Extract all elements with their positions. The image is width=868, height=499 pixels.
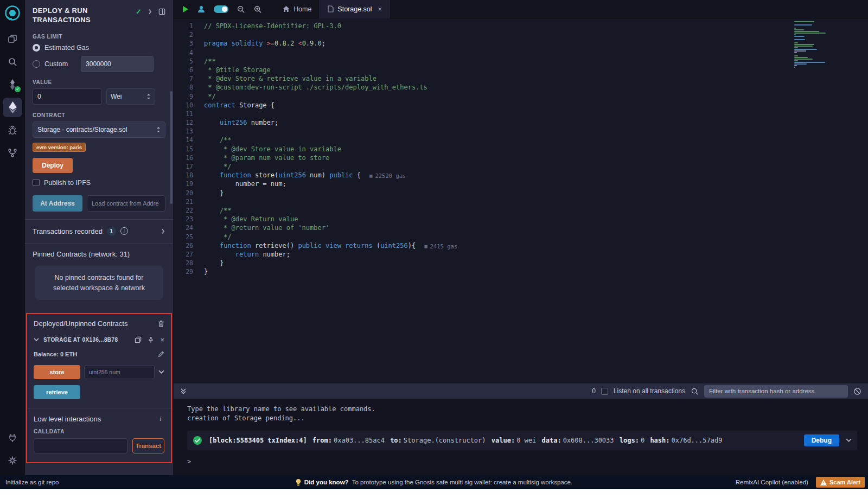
- chevron-right-icon[interactable]: [148, 9, 152, 15]
- scam-alert-button[interactable]: Scam Alert: [816, 477, 865, 488]
- calldata-label: CALLDATA: [34, 428, 164, 434]
- transact-button[interactable]: Transact: [132, 438, 164, 453]
- terminal-prompt[interactable]: >: [187, 458, 857, 465]
- copilot-toggle[interactable]: [214, 5, 228, 13]
- code-line[interactable]: 22 /**: [174, 206, 868, 215]
- user-icon[interactable]: [197, 5, 206, 14]
- code-line[interactable]: 5/**: [174, 57, 868, 66]
- code-line[interactable]: 24 * @return value of 'number': [174, 223, 868, 232]
- radio-icon[interactable]: [33, 60, 40, 68]
- close-tab-icon[interactable]: ×: [378, 5, 382, 13]
- search-icon[interactable]: [0, 50, 25, 73]
- tab-home[interactable]: Home: [275, 0, 320, 18]
- code-line[interactable]: 17 */: [174, 162, 868, 171]
- code-line[interactable]: 4: [174, 48, 868, 57]
- info-icon[interactable]: i: [120, 227, 128, 235]
- checkbox-icon[interactable]: [33, 179, 40, 186]
- line-number: 26: [174, 241, 204, 250]
- filter-input[interactable]: [704, 385, 848, 398]
- code-line[interactable]: 23 * @dev Return value: [174, 215, 868, 223]
- code-line[interactable]: 10contract Storage {: [174, 101, 868, 110]
- calldata-input[interactable]: [34, 438, 127, 453]
- store-function-button[interactable]: store: [34, 365, 80, 379]
- zoom-in-icon[interactable]: [253, 5, 262, 14]
- code-line[interactable]: 26 function retrieve() public view retur…: [174, 241, 868, 250]
- panel-scrollbar[interactable]: [170, 91, 173, 204]
- tab-storage-sol[interactable]: Storage.sol ×: [320, 0, 390, 18]
- code-editor[interactable]: 1// SPDX-License-Identifier: GPL-3.023pr…: [174, 18, 868, 383]
- deploy-run-icon[interactable]: [0, 96, 25, 119]
- trash-icon[interactable]: [158, 320, 164, 328]
- code-line[interactable]: 9 */: [174, 92, 868, 101]
- custom-gas-input[interactable]: [81, 56, 154, 72]
- code-line[interactable]: 15 * @dev Store value in variable: [174, 145, 868, 153]
- plugin-manager-icon[interactable]: [0, 426, 25, 449]
- code-line[interactable]: 28 }: [174, 259, 868, 267]
- debugger-icon[interactable]: [0, 119, 25, 142]
- code-line[interactable]: 3pragma solidity >=0.8.2 <0.9.0;: [174, 39, 868, 48]
- retrieve-function-button[interactable]: retrieve: [34, 385, 80, 399]
- transactions-recorded-row[interactable]: Transactions recorded 1 i: [25, 220, 173, 243]
- code-line[interactable]: 27 return number;: [174, 250, 868, 259]
- value-input[interactable]: [33, 88, 102, 105]
- chevron-down-icon[interactable]: [34, 338, 39, 342]
- contract-instance-row[interactable]: STORAGE AT 0X136...8B78 ×: [34, 336, 164, 343]
- chevron-down-icon[interactable]: [158, 370, 164, 374]
- debug-button[interactable]: Debug: [804, 434, 839, 446]
- chevron-down-icon[interactable]: [846, 438, 852, 443]
- settings-icon[interactable]: [0, 449, 25, 472]
- value-unit-select[interactable]: Wei: [106, 88, 155, 105]
- workspaces-icon[interactable]: [0, 28, 25, 50]
- pin-panel-icon[interactable]: [158, 8, 165, 15]
- code-line[interactable]: 1// SPDX-License-Identifier: GPL-3.0: [174, 22, 868, 30]
- code-line[interactable]: 29}: [174, 267, 868, 276]
- terminal[interactable]: Type the library name to see available c…: [174, 399, 868, 475]
- estimated-gas-option[interactable]: Estimated Gas: [33, 44, 165, 52]
- minimap[interactable]: [794, 21, 828, 68]
- info-icon[interactable]: i: [157, 415, 164, 423]
- code-line[interactable]: 7 * @dev Store & retrieve value in a var…: [174, 74, 868, 83]
- run-script-icon[interactable]: [182, 5, 189, 13]
- zoom-out-icon[interactable]: [237, 5, 245, 14]
- close-icon[interactable]: ×: [160, 336, 164, 343]
- custom-gas-option[interactable]: Custom: [33, 56, 165, 72]
- at-address-button[interactable]: At Address: [33, 195, 82, 212]
- deploy-button[interactable]: Deploy: [33, 158, 73, 173]
- code-line[interactable]: 14 /**: [174, 136, 868, 144]
- remix-logo-icon[interactable]: [4, 5, 21, 21]
- deploy-run-panel: DEPLOY & RUN TRANSACTIONS ✓ GAS LIMIT Es…: [25, 0, 174, 475]
- code-line[interactable]: 18 function store(uint256 num) public {▦…: [174, 171, 868, 180]
- code-line[interactable]: 21: [174, 197, 868, 206]
- expand-terminal-icon[interactable]: [180, 388, 187, 394]
- radio-selected-icon[interactable]: [33, 44, 40, 52]
- code-line[interactable]: 12 uint256 number;: [174, 118, 868, 127]
- store-argument-input[interactable]: [84, 365, 155, 379]
- transaction-log-entry[interactable]: [block:5583405 txIndex:4] from:0xa03...8…: [187, 431, 857, 450]
- copilot-status[interactable]: RemixAI Copilot (enabled): [736, 479, 808, 485]
- publish-ipfs-option[interactable]: Publish to IPFS: [33, 179, 165, 187]
- git-icon[interactable]: [0, 142, 25, 164]
- copy-icon[interactable]: [135, 336, 142, 343]
- code-line[interactable]: 6 * @title Storage: [174, 66, 868, 74]
- code-line[interactable]: 19 number = num;: [174, 180, 868, 188]
- listen-checkbox[interactable]: [601, 388, 608, 395]
- code-line[interactable]: 11: [174, 110, 868, 118]
- code-line[interactable]: 20 }: [174, 189, 868, 197]
- pin-icon[interactable]: [148, 336, 154, 343]
- code-line[interactable]: 2: [174, 30, 868, 39]
- balance-label: Balance: 0 ETH: [34, 351, 77, 357]
- init-git-repo-button[interactable]: Initialize as git repo: [0, 479, 59, 485]
- code-line[interactable]: 8 * @custom:dev-run-script ./scripts/dep…: [174, 83, 868, 92]
- minimap-line: [794, 31, 819, 32]
- edit-icon[interactable]: [158, 351, 164, 357]
- code-line[interactable]: 13: [174, 127, 868, 136]
- code-line[interactable]: 25 */: [174, 233, 868, 241]
- block-transactions-icon[interactable]: [853, 387, 861, 395]
- minimap-line: [794, 62, 825, 63]
- contract-select[interactable]: Storage - contracts/Storage.sol: [33, 121, 165, 138]
- chevron-right-icon[interactable]: [161, 228, 165, 234]
- solidity-compiler-icon[interactable]: ✓: [0, 73, 25, 96]
- code-line[interactable]: 16 * @param num value to store: [174, 153, 868, 162]
- search-icon[interactable]: [691, 387, 699, 395]
- at-address-input[interactable]: [87, 195, 165, 212]
